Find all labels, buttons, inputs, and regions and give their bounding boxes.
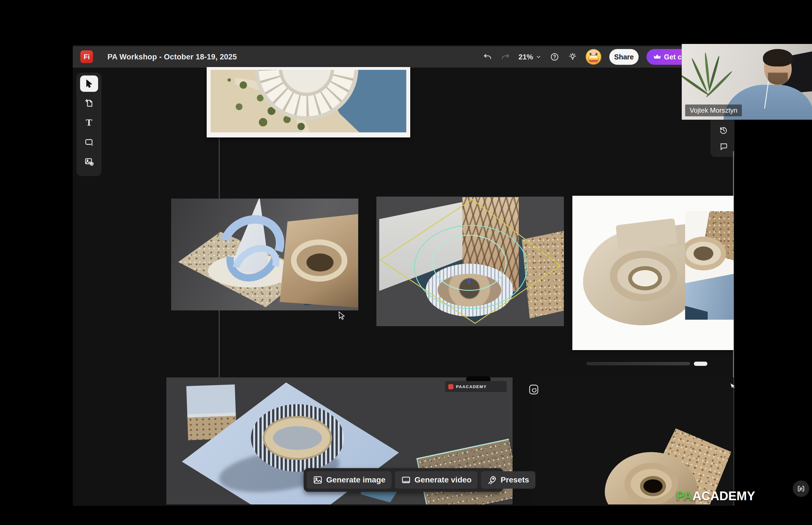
emoji-mouth <box>589 56 598 62</box>
generate-toolbar: Generate image Generate video Presets <box>304 468 503 492</box>
participant-beard <box>768 73 788 85</box>
redo-icon <box>501 52 510 61</box>
firefly-logo-text: Fi <box>84 53 90 61</box>
louvered-ring-building <box>251 404 344 472</box>
user-avatar-emoji[interactable] <box>585 49 601 65</box>
add-image-icon <box>84 156 94 166</box>
presets-button[interactable]: Presets <box>481 471 535 489</box>
user-cursor <box>337 311 347 320</box>
participant-hair <box>763 49 793 66</box>
document-title: PA Workshop - October 18-19, 2025 <box>107 46 237 68</box>
clay-ring-model <box>583 229 701 325</box>
ideas-button[interactable] <box>568 52 578 62</box>
site-plan-render <box>211 70 406 132</box>
captions-button[interactable] <box>793 480 809 497</box>
generate-image-button[interactable]: Generate image <box>307 471 392 489</box>
canvas-card-clay-models[interactable] <box>572 196 734 350</box>
rocket-icon <box>487 475 497 485</box>
reference-photo-courtyard <box>280 214 358 308</box>
emoji-eye <box>595 53 597 55</box>
add-page-icon <box>84 98 94 108</box>
image-icon <box>313 475 322 485</box>
frame-tag-label: PAACADEMY <box>456 384 487 389</box>
canvas-image-site-plan[interactable] <box>207 67 410 137</box>
frame-tool-button[interactable] <box>80 134 98 150</box>
comment-icon[interactable] <box>719 142 728 151</box>
generate-video-label: Generate video <box>415 476 472 484</box>
top-bar-actions: 21% Share Get <box>482 46 695 68</box>
remote-cursor <box>727 382 735 391</box>
presets-label: Presets <box>501 476 529 484</box>
canvas-frame-spiral-model[interactable] <box>171 198 358 310</box>
video-call-overlay[interactable]: Vojtek Morsztyn <box>682 44 812 120</box>
generate-video-button[interactable]: Generate video <box>395 471 478 489</box>
tool-sidebar: T <box>76 73 102 176</box>
help-button[interactable] <box>550 52 560 62</box>
horizontal-scrollbar-track[interactable] <box>586 362 690 365</box>
firefly-logo[interactable]: Fi <box>81 50 93 63</box>
chevron-down-icon <box>535 54 541 60</box>
share-label: Share <box>614 53 634 61</box>
get-credits-label: Get c <box>664 53 682 61</box>
zoom-value: 21% <box>519 52 533 61</box>
redo-button[interactable] <box>501 52 511 62</box>
plant-leaf <box>682 73 710 96</box>
frame-icon <box>84 137 94 147</box>
participant-name-tag: Vojtek Morsztyn <box>685 105 742 116</box>
thumb-ring-hole <box>694 246 713 260</box>
clay-fragments <box>615 218 677 251</box>
transcript-icon <box>797 484 805 493</box>
generate-image-label: Generate image <box>326 476 386 484</box>
participant-head <box>764 51 792 85</box>
video-icon <box>401 475 411 485</box>
canvas-frame-dark[interactable] <box>533 377 734 505</box>
history-icon[interactable] <box>719 125 728 135</box>
share-button[interactable]: Share <box>609 49 639 65</box>
swirl-icon <box>529 384 538 395</box>
pa-academy-watermark: PAACADEMY <box>676 489 755 503</box>
plan-trees <box>228 78 231 82</box>
watermark-suffix: ACADEMY <box>693 489 755 503</box>
clay-model-hole <box>640 476 666 496</box>
selection-outlines <box>376 197 564 326</box>
screen-recording-frame: Fi PA Workshop - October 18-19, 2025 21% <box>0 0 812 525</box>
add-page-tool-button[interactable] <box>80 95 98 111</box>
paacademy-badge-icon <box>448 384 453 389</box>
plan-building-core <box>279 70 334 96</box>
crown-icon <box>653 53 661 61</box>
top-bar: Fi PA Workshop - October 18-19, 2025 21% <box>73 46 735 68</box>
render-thumbnail <box>685 211 734 320</box>
undo-icon <box>483 52 492 61</box>
lightbulb-icon <box>568 52 577 61</box>
help-icon <box>550 52 559 61</box>
board-app-button[interactable] <box>529 383 538 396</box>
frame-title-tag[interactable]: PAACADEMY <box>445 381 507 392</box>
plant-leaf <box>704 52 710 89</box>
side-utility-panel <box>710 120 735 157</box>
canvas-frame-3d-scene[interactable] <box>376 197 564 326</box>
firefly-boards-app: Fi PA Workshop - October 18-19, 2025 21% <box>73 45 735 506</box>
add-image-tool-button[interactable] <box>80 153 98 169</box>
text-tool-icon: T <box>86 117 92 128</box>
emoji-eye <box>590 53 592 55</box>
zoom-dropdown[interactable]: 21% <box>519 52 541 61</box>
ring-top-disc <box>273 426 322 450</box>
select-tool-button[interactable] <box>80 75 98 92</box>
text-tool-button[interactable]: T <box>80 114 98 131</box>
undo-button[interactable] <box>482 52 493 62</box>
clay-center-hole <box>628 266 662 290</box>
courtyard-hole <box>306 254 334 271</box>
cursor-icon <box>84 79 94 88</box>
horizontal-scrollbar-thumb[interactable] <box>694 362 707 366</box>
watermark-prefix: PA <box>676 489 693 503</box>
